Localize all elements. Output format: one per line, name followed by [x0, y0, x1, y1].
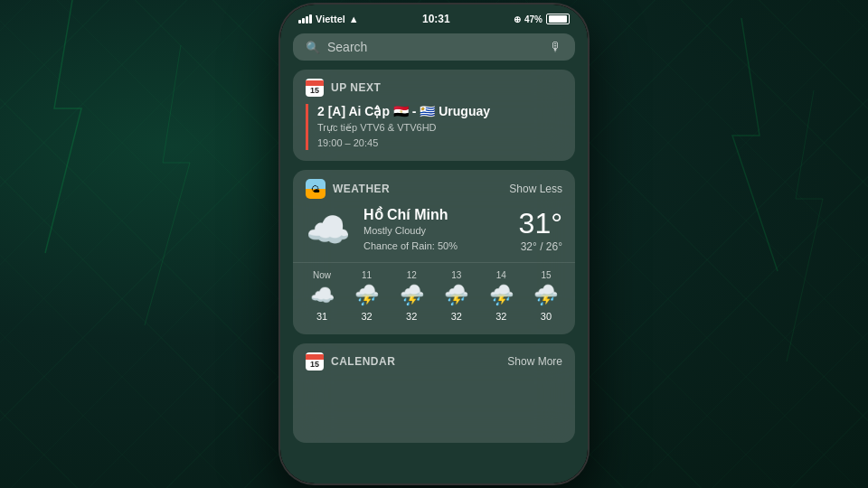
weather-main: ☁️ Hồ Chí Minh Mostly Cloudy Chance of R…	[293, 206, 575, 262]
current-temp: 31°	[519, 207, 562, 240]
temp-range: 32° / 26°	[519, 240, 562, 253]
event-subtitle-1: Trực tiếp VTV6 & VTV6HD	[317, 120, 562, 136]
weather-header-left: 🌤 WEATHER	[306, 179, 390, 199]
calendar-empty-area	[293, 380, 575, 443]
forecast-time: 11	[362, 270, 372, 280]
calendar-badge-calendar: 15	[306, 352, 324, 371]
city-name: Hồ Chí Minh	[363, 206, 506, 223]
search-icon: 🔍	[306, 41, 320, 54]
event-subtitle-2: 19:00 – 20:45	[317, 136, 562, 151]
microphone-icon[interactable]: 🎙	[550, 40, 562, 54]
event-item: 2 [A] Ai Cập 🇪🇬 - 🇺🇾 Uruguay Trực tiếp V…	[306, 104, 562, 150]
forecast-time: 12	[407, 270, 417, 280]
forecast-temp: 32	[361, 311, 372, 322]
phone-frame: Viettel ▲ 10:31 ⊕ 47% 🔍 Search 🎙	[280, 5, 588, 483]
battery-icon	[546, 14, 570, 24]
forecast-item: 12 ⛈️ 32	[395, 270, 428, 322]
calendar-badge-upnext: 15	[306, 79, 324, 97]
forecast-weather-icon: ⛈️	[489, 284, 514, 307]
forecast-item: Now ☁️ 31	[306, 270, 338, 322]
forecast-weather-icon: ⛈️	[354, 284, 379, 307]
up-next-header: 15 UP NEXT	[293, 70, 575, 102]
forecast-time: 13	[451, 270, 461, 280]
search-left: 🔍 Search	[306, 40, 367, 54]
calendar-widget: 15 CALENDAR Show More	[293, 343, 575, 443]
location-icon: ⊕	[514, 14, 521, 24]
content-area: 🔍 Search 🎙 15 UP NEXT 2 [A] Ai Cập 🇪🇬 - …	[280, 30, 588, 483]
weather-title: WEATHER	[333, 183, 390, 195]
temp-low: 26°	[546, 240, 562, 253]
weather-info: Hồ Chí Minh Mostly Cloudy Chance of Rain…	[363, 206, 506, 253]
forecast-weather-icon: ☁️	[310, 284, 335, 307]
weather-header: 🌤 WEATHER Show Less	[293, 170, 575, 206]
carrier-label: Viettel	[316, 14, 345, 24]
forecast-temp: 32	[495, 311, 506, 322]
up-next-title: UP NEXT	[331, 81, 381, 94]
signal-icon	[298, 14, 312, 23]
up-next-widget: 15 UP NEXT 2 [A] Ai Cập 🇪🇬 - 🇺🇾 Uruguay …	[293, 70, 575, 161]
weather-widget: 🌤 WEATHER Show Less ☁️ Hồ Chí Minh Mostl…	[293, 170, 575, 334]
forecast-weather-icon: ⛈️	[533, 284, 558, 307]
temperature-block: 31° 32° / 26°	[519, 207, 562, 253]
calendar-title: CALENDAR	[331, 355, 395, 368]
clock-display: 10:31	[422, 13, 450, 25]
forecast-time: 15	[541, 270, 551, 280]
calendar-widget-left: 15 CALENDAR	[306, 352, 395, 371]
forecast-item: 15 ⛈️ 30	[530, 270, 562, 322]
forecast-time: 14	[496, 270, 506, 280]
battery-percent: 47%	[524, 14, 542, 24]
forecast-temp: 30	[541, 311, 552, 322]
show-more-button[interactable]: Show More	[507, 355, 562, 368]
forecast-weather-icon: ⛈️	[400, 284, 424, 307]
status-bar: Viettel ▲ 10:31 ⊕ 47%	[280, 5, 588, 30]
weather-condition: Mostly Cloudy	[363, 223, 506, 239]
forecast-times-row: Now ☁️ 31 11 ⛈️ 32 12 ⛈️ 32 13 ⛈️ 32 14 …	[306, 270, 562, 322]
search-bar[interactable]: 🔍 Search 🎙	[293, 33, 575, 61]
wifi-icon: ▲	[349, 14, 359, 24]
search-placeholder: Search	[327, 40, 367, 54]
weather-app-icon: 🌤	[306, 179, 326, 199]
forecast-temp: 31	[316, 311, 327, 322]
event-title: 2 [A] Ai Cập 🇪🇬 - 🇺🇾 Uruguay	[317, 104, 562, 118]
rain-chance: Chance of Rain: 50%	[363, 239, 506, 254]
show-less-button[interactable]: Show Less	[509, 183, 562, 195]
calendar-widget-header: 15 CALENDAR Show More	[293, 343, 575, 380]
status-right: ⊕ 47%	[514, 14, 570, 24]
cloud-icon: ☁️	[306, 209, 351, 251]
forecast-temp: 32	[451, 311, 462, 322]
forecast-time: Now	[313, 270, 331, 280]
forecast-item: 13 ⛈️ 32	[440, 270, 473, 322]
temp-high: 32°	[521, 240, 537, 253]
forecast-section: Now ☁️ 31 11 ⛈️ 32 12 ⛈️ 32 13 ⛈️ 32 14 …	[293, 262, 575, 334]
forecast-item: 11 ⛈️ 32	[351, 270, 383, 322]
forecast-weather-icon: ⛈️	[444, 284, 468, 307]
status-left: Viettel ▲	[298, 14, 359, 24]
forecast-item: 14 ⛈️ 32	[485, 270, 517, 322]
forecast-temp: 32	[406, 311, 417, 322]
